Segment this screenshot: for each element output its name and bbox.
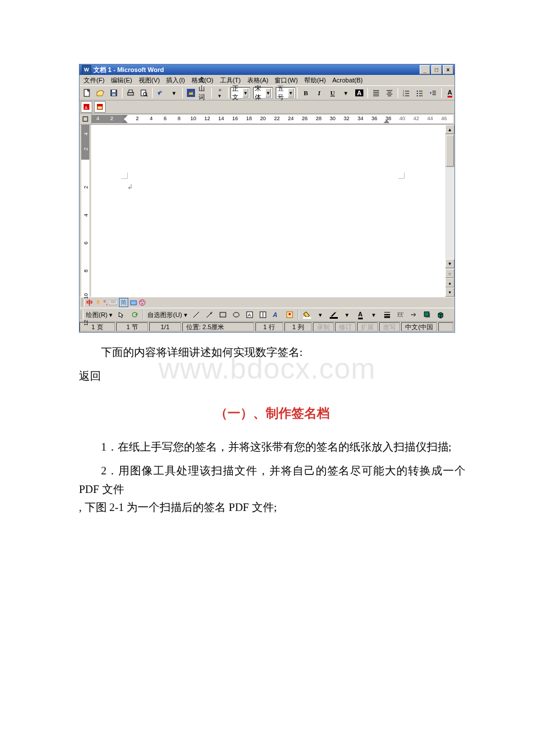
dash-style-button[interactable]	[394, 309, 407, 320]
menu-tools[interactable]: 工具(T)	[217, 75, 244, 85]
paper[interactable]: ↲	[91, 125, 445, 297]
undo-dropdown[interactable]: ▾	[168, 87, 181, 99]
indent-marker-top[interactable]	[122, 115, 128, 118]
vertical-textbox-tool[interactable]	[257, 309, 269, 320]
jinshan-icon[interactable]	[185, 87, 197, 99]
menu-table[interactable]: 表格(A)	[244, 75, 272, 85]
vertical-ruler[interactable]: 4 2 2 4 6 8 10 12	[80, 125, 91, 297]
ruler-mark: 46	[441, 116, 447, 121]
svg-line-8	[146, 95, 147, 96]
menu-edit[interactable]: 编辑(E)	[108, 75, 135, 85]
status-rec[interactable]: 录制	[313, 322, 334, 332]
style-combo[interactable]: 正文▼	[230, 87, 250, 99]
textcolor-dropdown[interactable]: ▾	[367, 309, 380, 321]
fill-dropdown[interactable]: ▾	[314, 309, 327, 321]
horizontal-ruler[interactable]: 4 2 2 4 6 8 10 12 14 16 18 20 22 24 26 2…	[80, 114, 454, 125]
ime-voice-icon[interactable]	[95, 299, 102, 306]
next-page-button[interactable]: ▾	[445, 287, 454, 297]
menu-acrobat[interactable]: Acrobat(B)	[329, 76, 366, 84]
font-effect-button[interactable]: A	[353, 87, 366, 99]
wordart-tool[interactable]: A	[270, 309, 283, 320]
grip[interactable]	[82, 298, 85, 307]
ime-palette-icon[interactable]	[139, 299, 146, 306]
ime-jian-indicator[interactable]: 简	[119, 298, 128, 307]
font-color-button[interactable]: A	[443, 87, 455, 99]
status-ext[interactable]: 扩展	[357, 322, 378, 332]
indent-marker-bottom[interactable]	[122, 120, 128, 123]
minimize-glyph: _	[423, 67, 427, 73]
align-distribute-button[interactable]	[383, 87, 396, 99]
maximize-button[interactable]: □	[431, 65, 442, 74]
toolbar-overflow[interactable]: »▾	[214, 87, 226, 99]
vertical-scrollbar[interactable]: ▲ ▼ ○ ▴ ▾	[445, 125, 454, 297]
minimize-button[interactable]: _	[420, 65, 430, 74]
line-color-button[interactable]	[327, 309, 340, 320]
linecolor-dropdown[interactable]: ▾	[341, 309, 353, 321]
underline-button[interactable]: U	[326, 87, 339, 99]
svg-line-50	[207, 313, 211, 318]
rotate-button[interactable]	[128, 309, 141, 321]
separator	[298, 309, 299, 320]
ime-punct-icon[interactable]: °,	[103, 299, 107, 306]
browse-object-button[interactable]: ○	[445, 269, 454, 278]
line-tool[interactable]	[190, 309, 203, 320]
scroll-track[interactable]	[445, 167, 454, 259]
save-button[interactable]	[107, 87, 120, 99]
title-bar[interactable]: W 文档 1 - Microsoft Word _ □ ×	[80, 64, 454, 75]
scroll-down-button[interactable]: ▼	[445, 259, 454, 268]
undo-button[interactable]	[154, 87, 167, 99]
fontsize-combo[interactable]: 五号▼	[276, 87, 295, 99]
ime-cn-indicator[interactable]: 中	[86, 298, 93, 307]
open-button[interactable]	[94, 87, 107, 99]
separator	[297, 88, 298, 98]
fill-color-button[interactable]	[301, 309, 313, 320]
menu-view[interactable]: 视图(V)	[136, 75, 163, 85]
ime-keyboard-icon[interactable]	[109, 300, 117, 305]
svg-point-44	[139, 300, 145, 305]
print-preview-button[interactable]	[138, 87, 150, 99]
grip[interactable]	[81, 310, 84, 319]
arrow-tool[interactable]	[203, 309, 216, 320]
menu-file[interactable]: 文件(F)	[81, 75, 107, 85]
ime-options-icon[interactable]	[130, 299, 137, 306]
text-color-button[interactable]: A	[354, 309, 367, 320]
shadow-button[interactable]	[421, 309, 434, 320]
scroll-up-button[interactable]: ▲	[445, 125, 454, 134]
underline-dropdown[interactable]: ▾	[340, 87, 352, 99]
return-link[interactable]: 返回	[79, 367, 466, 385]
menu-insert[interactable]: 插入(I)	[163, 75, 187, 85]
status-ovr[interactable]: 改写	[379, 322, 400, 332]
select-objects-button[interactable]	[115, 309, 128, 321]
decrease-indent-button[interactable]	[427, 87, 439, 99]
bulleted-list-button[interactable]	[413, 87, 426, 99]
rectangle-tool[interactable]	[217, 309, 229, 320]
font-combo[interactable]: 宋体▼	[253, 87, 273, 99]
numbered-list-button[interactable]: 123	[400, 87, 413, 99]
ellipse-tool[interactable]	[230, 309, 243, 320]
scroll-thumb[interactable]	[446, 135, 454, 167]
menu-window[interactable]: 窗口(W)	[272, 75, 301, 85]
italic-button[interactable]: I	[313, 87, 326, 99]
print-button[interactable]	[124, 87, 137, 99]
ruler-mark: 8	[83, 269, 89, 272]
right-indent-marker[interactable]	[384, 120, 389, 123]
menu-help[interactable]: 帮助(H)	[301, 75, 329, 85]
arrow-style-button[interactable]	[407, 309, 420, 320]
pdf-create-button[interactable]: A	[81, 101, 92, 113]
textbox-tool[interactable]: A	[243, 309, 256, 320]
drawing-toolbar: 绘图(R) ▾ 自选图形(U) ▾ A A ▾ ▾ A ▾	[80, 308, 454, 322]
prev-page-button[interactable]: ▴	[445, 278, 454, 287]
3d-button[interactable]	[434, 309, 447, 320]
draw-menu[interactable]: 绘图(R) ▾	[84, 311, 114, 319]
pdf-mail-button[interactable]	[94, 101, 106, 113]
document-area[interactable]: ↲	[91, 125, 445, 297]
close-button[interactable]: ×	[443, 65, 453, 74]
bold-button[interactable]: B	[300, 87, 312, 99]
align-justify-button[interactable]	[370, 87, 383, 99]
status-rev[interactable]: 修订	[335, 322, 356, 332]
line-style-button[interactable]	[381, 309, 394, 320]
new-doc-button[interactable]	[81, 87, 93, 99]
clipart-tool[interactable]	[283, 309, 296, 320]
autoshapes-menu[interactable]: 自选图形(U) ▾	[146, 311, 189, 319]
jinshan-label[interactable]: 金山词霸	[198, 88, 210, 98]
